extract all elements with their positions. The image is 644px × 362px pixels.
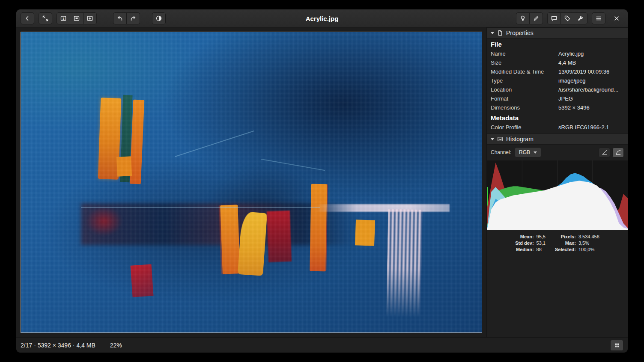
property-row: Size 4,4 MB: [487, 58, 628, 67]
stat-value: 3.534.456: [578, 234, 599, 239]
image-pane: [16, 27, 486, 337]
stat-value: 95,5: [537, 234, 546, 239]
histogram-log-button[interactable]: [612, 148, 624, 157]
line-chart-icon: [602, 149, 608, 155]
rotate-right-button[interactable]: [126, 12, 140, 24]
curve-chart-icon: [615, 149, 621, 155]
histogram-section-title: Histogram: [506, 136, 534, 142]
rotate-left-icon: [116, 15, 123, 22]
property-row: Color Profile sRGB IEC61966-2.1: [487, 123, 628, 132]
histogram-section-header[interactable]: Histogram: [487, 134, 628, 145]
channel-dropdown[interactable]: RGB: [515, 147, 541, 157]
stat-value: 3,5%: [578, 240, 599, 246]
half-filled-circle-icon: [155, 15, 162, 22]
window-title: Acrylic.jpg: [306, 15, 339, 22]
hamburger-icon: [595, 15, 602, 22]
histogram-channel-row: Channel: RGB: [487, 145, 628, 160]
zoom-in-button[interactable]: [83, 12, 97, 24]
rotate-left-button[interactable]: [113, 12, 127, 24]
back-button[interactable]: [21, 12, 34, 24]
property-label: Location: [491, 86, 558, 93]
histogram-plot: [487, 160, 628, 230]
histogram-plot-svg: [487, 160, 628, 230]
property-value: 13/09/2019 00:09:36: [558, 68, 609, 75]
menu-button[interactable]: [592, 12, 605, 24]
stat-value: 100,0%: [578, 247, 599, 252]
zoom-button-group: 1: [57, 12, 97, 24]
lightbulb-button[interactable]: [516, 12, 530, 24]
photo-icon: [497, 136, 503, 142]
paint-canvas-texture: [21, 32, 482, 332]
histogram-scale-toggles: [599, 148, 624, 157]
property-row: Name Acrylic.jpg: [487, 49, 628, 58]
speech-bubble-icon: [551, 15, 558, 22]
adjust-colors-button[interactable]: [152, 12, 166, 24]
property-row: Type image/jpeg: [487, 76, 628, 85]
stat-label: Max:: [555, 240, 576, 246]
status-bar: 2/17 · 5392 × 3496 · 4,4 MB 22%: [16, 337, 628, 353]
close-button[interactable]: [610, 12, 623, 24]
properties-section-title: Properties: [506, 30, 534, 36]
expander-triangle-icon: [491, 138, 494, 140]
property-value: image/jpeg: [558, 77, 586, 84]
property-value: JPEG: [558, 95, 573, 102]
zoom-fit-button[interactable]: [70, 12, 83, 24]
property-label: Type: [491, 77, 558, 84]
tag-button[interactable]: [561, 12, 574, 24]
chevron-down-icon: [534, 151, 537, 154]
chevron-left-icon: [24, 15, 31, 22]
property-label: Modified Date & Time: [491, 68, 558, 75]
stat-label: Std dev:: [515, 240, 534, 246]
histogram-linear-button[interactable]: [599, 148, 610, 157]
property-label: Name: [491, 50, 558, 57]
property-label: Color Profile: [491, 124, 558, 131]
stat-label: Median:: [515, 247, 534, 252]
property-value: sRGB IEC61966-2.1: [558, 124, 609, 131]
property-row: Format JPEG: [487, 94, 628, 103]
zoom-original-button[interactable]: 1: [57, 12, 70, 24]
svg-text:1: 1: [63, 16, 64, 20]
stat-label: Pixels:: [555, 234, 576, 239]
metadata-tools-group: [547, 12, 587, 24]
rotate-right-icon: [130, 15, 137, 22]
main-content: Properties File Name Acrylic.jpg Size 4,…: [16, 27, 628, 337]
brush-button[interactable]: [529, 12, 543, 24]
property-row: Location /usr/share/background...: [487, 85, 628, 94]
image-viewer-window: 1 Acryl: [16, 9, 628, 353]
status-zoom-level: 22%: [110, 342, 122, 349]
grid-icon: [614, 342, 620, 348]
property-label: Size: [491, 59, 558, 66]
lightbulb-icon: [519, 15, 526, 22]
histogram-stats-right: Pixels: 3.534.456 Max: 3,5% Selected: 10…: [555, 234, 599, 252]
channel-dropdown-value: RGB: [519, 149, 530, 155]
sidebar-filler: [487, 256, 628, 337]
fullscreen-button[interactable]: [39, 12, 52, 24]
expand-arrows-icon: [42, 15, 49, 22]
zoom-fit-icon: [73, 15, 80, 22]
properties-sidebar: Properties File Name Acrylic.jpg Size 4,…: [486, 27, 628, 337]
property-value: 4,4 MB: [558, 59, 576, 66]
property-label: Format: [491, 95, 558, 102]
property-value: 5392 × 3496: [558, 104, 590, 111]
browser-view-button[interactable]: [610, 340, 623, 351]
document-icon: [497, 30, 503, 36]
toolbar-right: [516, 12, 623, 24]
property-row: Modified Date & Time 13/09/2019 00:09:36: [487, 67, 628, 76]
property-value: /usr/share/background...: [558, 86, 618, 93]
tag-icon: [564, 15, 571, 22]
wrench-icon: [577, 15, 584, 22]
file-heading: File: [487, 39, 628, 49]
expander-triangle-icon: [491, 32, 494, 34]
header-bar: 1 Acryl: [16, 9, 628, 27]
stat-label: Selected:: [555, 247, 576, 252]
stat-value: 88: [537, 247, 546, 252]
properties-section-header[interactable]: Properties: [487, 27, 628, 39]
metadata-heading: Metadata: [487, 112, 628, 123]
image-canvas[interactable]: [21, 32, 482, 333]
tools-button[interactable]: [574, 12, 587, 24]
histogram-stats: Mean: 95,5 Std dev: 53,1 Median: 88 Pixe…: [487, 230, 628, 256]
histogram-stats-left: Mean: 95,5 Std dev: 53,1 Median: 88: [515, 234, 546, 252]
comment-button[interactable]: [547, 12, 561, 24]
stat-value: 53,1: [537, 240, 546, 246]
toolbar-left: 1: [21, 12, 166, 24]
